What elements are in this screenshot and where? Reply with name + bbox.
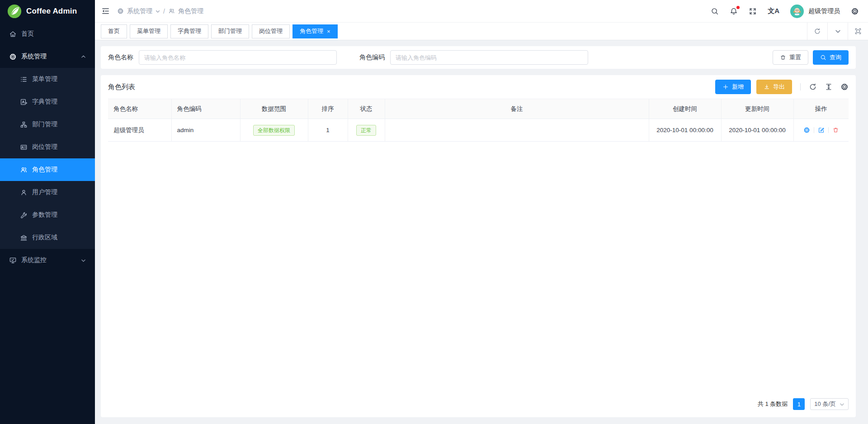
page-button-1[interactable]: 1 <box>793 398 805 410</box>
row-edit-icon[interactable] <box>818 127 825 133</box>
total-count: 共 1 条数据 <box>758 400 788 408</box>
role-name-label: 角色名称 <box>108 53 133 62</box>
chevron-down-icon[interactable] <box>156 9 160 14</box>
breadcrumb-item-role: 角色管理 <box>178 7 203 15</box>
settings-gear-icon[interactable] <box>851 7 859 15</box>
divider <box>828 127 829 133</box>
dictionary-icon <box>20 98 28 106</box>
sidebar-item-label: 岗位管理 <box>32 143 57 151</box>
search-icon <box>820 54 826 61</box>
tab-label: 角色管理 <box>300 27 323 35</box>
monitor-icon <box>9 257 17 264</box>
role-code-input[interactable] <box>390 50 588 65</box>
sidebar-group-system[interactable]: 系统管理 <box>0 45 95 68</box>
collapse-sidebar-icon[interactable] <box>101 7 110 15</box>
col-sort: 排序 <box>308 99 348 119</box>
role-name-input[interactable] <box>139 50 337 65</box>
card-title: 角色列表 <box>108 83 135 91</box>
sidebar-item-post-mgmt[interactable]: 岗位管理 <box>0 136 95 158</box>
sidebar-group-monitor[interactable]: 系统监控 <box>0 249 95 272</box>
data-scope-tag: 全部数据权限 <box>253 125 295 136</box>
table-toolbar <box>809 83 849 91</box>
page-size-value: 10 条/页 <box>814 400 836 408</box>
list-icon <box>20 76 28 83</box>
tab-dict-mgmt[interactable]: 字典管理 <box>170 24 208 38</box>
bell-icon[interactable] <box>730 7 738 15</box>
col-role-name: 角色名称 <box>108 99 171 119</box>
tab-dept-mgmt[interactable]: 部门管理 <box>211 24 249 38</box>
id-card-icon <box>20 143 28 151</box>
card-header: 角色列表 新增 导出 <box>108 75 849 99</box>
query-button[interactable]: 查询 <box>813 50 849 65</box>
breadcrumb-item-system[interactable]: 系统管理 <box>127 7 152 15</box>
sidebar-item-menu-mgmt[interactable]: 菜单管理 <box>0 68 95 91</box>
app-logo[interactable]: Coffee Admin <box>0 0 95 23</box>
sidebar-item-param-mgmt[interactable]: 参数管理 <box>0 204 95 226</box>
user-menu[interactable]: 超级管理员 <box>790 5 840 18</box>
tab-label: 字典管理 <box>178 27 201 35</box>
tab-tools <box>807 23 868 40</box>
maximize-icon[interactable] <box>848 23 868 40</box>
chevron-down-icon[interactable] <box>827 23 848 40</box>
app-root: Coffee Admin 首页 系统管理 <box>0 0 868 424</box>
tab-role-mgmt[interactable]: 角色管理 × <box>292 24 338 38</box>
settings-gear-icon[interactable] <box>840 83 849 91</box>
reset-button[interactable]: 重置 <box>773 50 808 65</box>
page-size-select[interactable]: 10 条/页 <box>810 398 849 410</box>
tab-home[interactable]: 首页 <box>101 24 127 38</box>
col-data-scope: 数据范围 <box>240 99 308 119</box>
breadcrumb-separator: / <box>163 8 165 15</box>
add-button[interactable]: 新增 <box>715 80 751 94</box>
export-button[interactable]: 导出 <box>756 80 792 94</box>
main-area: 系统管理 / 角色管理 文A <box>95 0 868 424</box>
pagination: 共 1 条数据 1 10 条/页 <box>108 392 849 417</box>
sidebar-item-dict-mgmt[interactable]: 字典管理 <box>0 91 95 113</box>
home-icon <box>9 30 17 38</box>
notification-dot <box>736 6 740 9</box>
sidebar-item-user-mgmt[interactable]: 用户管理 <box>0 181 95 204</box>
status-badge: 正常 <box>356 125 376 136</box>
tab-menu-mgmt[interactable]: 菜单管理 <box>130 24 168 38</box>
refresh-icon[interactable] <box>809 83 817 91</box>
row-delete-icon[interactable] <box>832 127 839 133</box>
wrench-icon <box>20 211 28 219</box>
sidebar-item-home[interactable]: 首页 <box>0 23 95 45</box>
cell-updated: 2020-10-01 00:00:00 <box>721 119 793 142</box>
gear-icon <box>117 8 124 14</box>
tab-label: 岗位管理 <box>259 27 283 35</box>
table-row[interactable]: 超级管理员 admin 全部数据权限 1 正常 2020-10-01 00:00… <box>108 119 849 142</box>
sidebar-item-label: 行政区域 <box>32 233 57 242</box>
bank-icon <box>20 234 28 242</box>
search-form-card: 角色名称 角色编码 重置 查询 <box>101 46 856 69</box>
sidebar-item-dept-mgmt[interactable]: 部门管理 <box>0 113 95 136</box>
query-label: 查询 <box>830 53 841 62</box>
chevron-down-icon <box>840 402 844 407</box>
close-icon[interactable]: × <box>327 29 330 34</box>
username: 超级管理员 <box>808 7 840 15</box>
cell-remark <box>385 119 649 142</box>
leaf-logo-icon <box>7 4 22 19</box>
sidebar-item-label: 参数管理 <box>32 211 57 219</box>
topbar: 系统管理 / 角色管理 文A <box>95 0 868 23</box>
row-actions <box>799 127 844 133</box>
sidebar-item-region[interactable]: 行政区域 <box>0 226 95 249</box>
col-actions: 操作 <box>793 99 849 119</box>
sidebar-group-label: 系统管理 <box>21 52 47 61</box>
user-icon <box>20 189 28 196</box>
translate-icon[interactable]: 文A <box>768 7 779 15</box>
tab-label: 菜单管理 <box>137 27 160 35</box>
sidebar-item-label: 字典管理 <box>32 98 57 106</box>
tab-bar: 首页 菜单管理 字典管理 部门管理 岗位管理 角色管理 × <box>95 23 868 40</box>
row-permission-gear-icon[interactable] <box>803 127 810 133</box>
fullscreen-icon[interactable] <box>749 7 757 15</box>
search-icon[interactable] <box>711 7 719 15</box>
reset-label: 重置 <box>789 53 801 62</box>
tab-post-mgmt[interactable]: 岗位管理 <box>252 24 290 38</box>
sidebar-item-role-mgmt[interactable]: 角色管理 <box>0 158 95 181</box>
column-height-icon[interactable] <box>825 83 833 91</box>
avatar <box>790 5 804 18</box>
sidebar-menu: 首页 系统管理 菜单管理 <box>0 23 95 424</box>
refresh-icon[interactable] <box>807 23 827 40</box>
cell-role-name: 超级管理员 <box>108 119 171 142</box>
sidebar-item-label: 部门管理 <box>32 120 57 129</box>
